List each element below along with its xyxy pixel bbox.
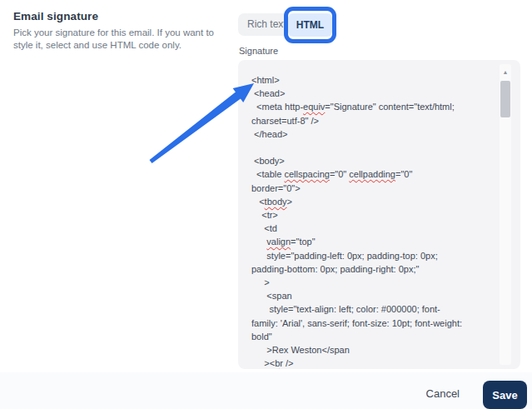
setting-description: Pick your signature for this email. If y… (13, 27, 231, 52)
email-signature-settings-panel: Email signature Pick your signature for … (0, 0, 532, 409)
setting-info: Email signature Pick your signature for … (13, 10, 231, 52)
signature-field-label: Signature (239, 46, 278, 56)
annotation-highlight-ring: HTML (284, 7, 336, 43)
scrollbar-thumb[interactable] (500, 81, 510, 117)
setting-title: Email signature (13, 10, 231, 22)
save-button[interactable]: Save (483, 381, 527, 409)
signature-html-code[interactable]: <html> <head> <meta http-equiv="Signatur… (251, 73, 495, 369)
html-tab-button[interactable]: HTML (288, 13, 332, 37)
cancel-button[interactable]: Cancel (426, 387, 460, 400)
signature-code-textarea[interactable]: <html> <head> <meta http-equiv="Signatur… (238, 60, 520, 369)
scrollbar-up-arrow-icon[interactable]: ▲ (500, 69, 511, 76)
scrollbar-track[interactable]: ▲ (500, 64, 511, 365)
